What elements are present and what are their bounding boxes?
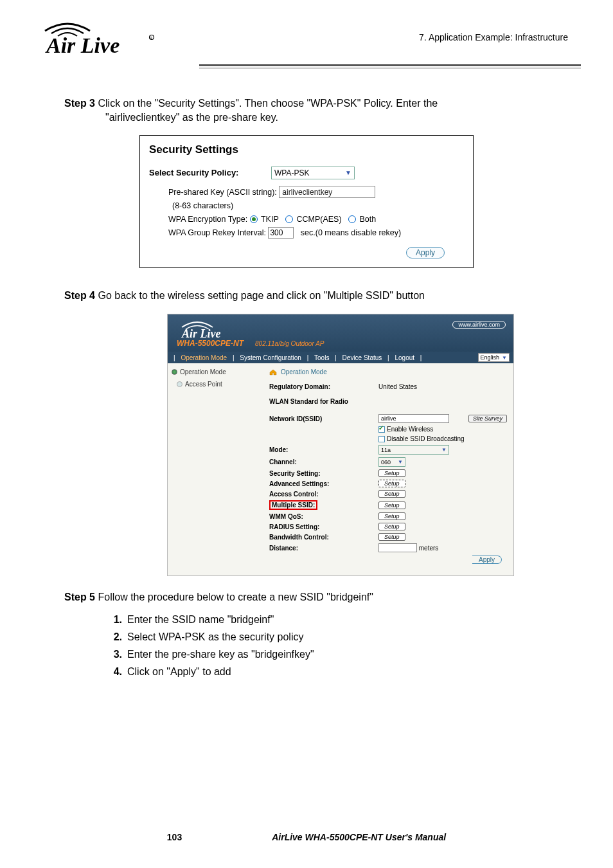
nav-operation-mode[interactable]: Operation Mode	[181, 354, 227, 361]
advanced-setup-button[interactable]: Setup	[378, 480, 405, 487]
model-subtitle: 802.11a/b/g Outdoor AP	[255, 340, 324, 347]
wmm-setup-button[interactable]: Setup	[378, 512, 405, 520]
enc-label: WPA Encryption Type:	[168, 215, 247, 224]
router-main: Operation Mode Regulatory Domain:United …	[264, 363, 513, 575]
radio-ccmp[interactable]	[285, 215, 293, 223]
enable-wireless-label: Enable Wireless	[387, 426, 433, 433]
enc-tkip: TKIP	[261, 215, 279, 224]
rekey-suffix: sec.(0 means disable rekey)	[301, 228, 401, 237]
list-num-3: 3.	[109, 646, 122, 663]
step3-label: Step 3	[64, 98, 95, 109]
mode-label: Mode:	[269, 446, 378, 453]
step4-text: Go back to the wireless setting page and…	[95, 290, 425, 301]
channel-label: Channel:	[269, 458, 378, 466]
list-num-2: 2.	[109, 628, 122, 646]
bullet-icon	[172, 369, 177, 375]
list-item-4: Click on "Apply" to add	[127, 663, 231, 680]
security-setup-button[interactable]: Setup	[378, 469, 405, 477]
nav-system-config[interactable]: System Configuration	[240, 354, 301, 361]
step4-label: Step 4	[64, 290, 95, 301]
page-footer: 103 AirLive WHA-5500CPE-NT User's Manual	[0, 832, 613, 842]
list-item-2: Select WPA-PSK as the security policy	[127, 628, 303, 646]
nav-logout[interactable]: Logout	[395, 354, 414, 361]
router-sidebar: Operation Mode Access Point	[168, 363, 264, 575]
step3-text-1: Click on the "Security Settings". Then c…	[95, 98, 438, 109]
list-item-1: Enter the SSID name "bridgeinf"	[127, 611, 274, 628]
airlive-logo: Air Live R	[32, 19, 161, 58]
bullet-icon	[177, 381, 182, 387]
ssid-label: Network ID(SSID)	[269, 415, 378, 422]
multiple-ssid-label: Multiple SSID:	[269, 500, 317, 510]
svg-text:R: R	[150, 36, 152, 40]
header-rule	[199, 64, 581, 69]
channel-value: 060	[381, 459, 391, 466]
nav-device-status[interactable]: Device Status	[342, 354, 382, 361]
radio-tkip[interactable]	[250, 215, 258, 223]
access-control-label: Access Control:	[269, 491, 378, 498]
sidebar-head: Operation Mode	[180, 368, 226, 375]
language-value: English	[481, 354, 500, 361]
select-policy-label: Select Security Policy:	[149, 168, 271, 177]
language-select[interactable]: English ▼	[478, 353, 510, 362]
chapter-title: 7. Application Example: Infrastructure	[419, 32, 568, 42]
radius-setting-label: RADIUS Setting:	[269, 523, 378, 530]
bandwidth-control-label: Bandwidth Control:	[269, 534, 378, 541]
step3-text-2: "airliveclientkey" as the pre-share key.	[105, 112, 549, 123]
svg-text:Air Live: Air Live	[181, 327, 221, 340]
rekey-input[interactable]	[268, 227, 294, 239]
home-icon	[269, 369, 277, 375]
enc-ccmp: CCMP(AES)	[296, 215, 341, 224]
mode-value: 11a	[381, 447, 391, 453]
site-survey-button[interactable]: Site Survey	[468, 415, 507, 422]
reg-domain-value: United States	[378, 383, 417, 390]
disable-broadcast-checkbox[interactable]	[378, 436, 385, 442]
radio-both[interactable]	[348, 215, 356, 223]
list-num-1: 1.	[109, 611, 122, 628]
mssid-setup-button[interactable]: Setup	[378, 502, 405, 509]
page-header: Air Live R 7. Application Example: Infra…	[32, 19, 581, 58]
distance-unit: meters	[419, 545, 439, 552]
mode-select[interactable]: 11a▼	[378, 445, 449, 455]
security-settings-panel: Security Settings Select Security Policy…	[139, 135, 474, 268]
list-num-4: 4.	[109, 663, 122, 680]
channel-select[interactable]: 060▼	[378, 457, 405, 467]
enable-wireless-checkbox[interactable]	[378, 426, 385, 433]
security-setting-label: Security Setting:	[269, 470, 378, 477]
wlan-std-label: WLAN Standard for Radio	[269, 398, 378, 405]
router-nav: | Operation Mode | System Configuration …	[168, 352, 513, 363]
distance-input[interactable]	[378, 543, 417, 552]
router-screenshot: Air Live www.airlive.com WHA-5500CPE-NT …	[167, 314, 514, 576]
psk-hint: (8-63 characters)	[172, 199, 464, 213]
rekey-label: WPA Group Rekey Interval:	[168, 228, 266, 237]
distance-label: Distance:	[269, 545, 378, 552]
security-settings-title: Security Settings	[149, 143, 464, 156]
policy-value: WPA-PSK	[274, 168, 309, 177]
advanced-settings-label: Advanced Settings:	[269, 480, 378, 487]
wmm-qos-label: WMM QoS:	[269, 513, 378, 520]
website-link[interactable]: www.airlive.com	[452, 321, 506, 329]
router-topbar: Air Live www.airlive.com WHA-5500CPE-NT …	[168, 314, 513, 352]
reg-domain-label: Regulatory Domain:	[269, 383, 378, 390]
chevron-down-icon: ▼	[398, 459, 403, 465]
apply-button[interactable]: Apply	[406, 247, 445, 258]
step4-block: Step 4 Go back to the wireless setting p…	[64, 287, 549, 304]
radius-setup-button[interactable]: Setup	[378, 523, 405, 530]
step3-block: Step 3 Click on the "Security Settings".…	[64, 95, 549, 123]
step5-block: Step 5 Follow the procedure below to cre…	[64, 589, 549, 680]
model-text: WHA-5500CPE-NT	[177, 339, 244, 348]
psk-input[interactable]	[279, 186, 375, 198]
router-apply-button[interactable]: Apply	[472, 556, 502, 564]
ssid-input[interactable]	[378, 414, 449, 423]
doc-name: AirLive WHA-5500CPE-NT User's Manual	[272, 832, 446, 842]
access-setup-button[interactable]: Setup	[378, 490, 405, 498]
bw-setup-button[interactable]: Setup	[378, 533, 405, 541]
nav-tools[interactable]: Tools	[314, 354, 329, 361]
policy-select[interactable]: WPA-PSK ▼	[271, 167, 355, 179]
crumb-text[interactable]: Operation Mode	[281, 368, 327, 375]
svg-text:Air Live: Air Live	[45, 33, 120, 57]
sidebar-item-ap[interactable]: Access Point	[185, 381, 222, 388]
step5-label: Step 5	[64, 592, 95, 602]
step5-list: 1.Enter the SSID name "bridgeinf" 2.Sele…	[109, 611, 549, 681]
chevron-down-icon: ▼	[502, 355, 507, 361]
airlive-logo-mini: Air Live	[177, 318, 247, 340]
